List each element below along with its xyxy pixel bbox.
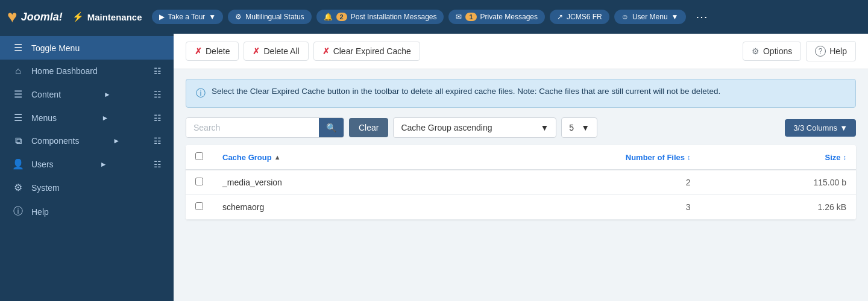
alert-message: Select the Clear Expired Cache button in… [212, 87, 720, 96]
components-icon: ⧉ [12, 135, 24, 146]
table-row: schemaorg 3 1.26 kB [186, 195, 856, 220]
multilingual-label: Multilingual Status [245, 13, 304, 21]
hamburger-icon: ☰ [12, 42, 24, 54]
row1-checkbox-cell [186, 170, 213, 195]
sidebar-item-system[interactable]: ⚙ System [0, 176, 174, 199]
cache-group-header: Cache Group ▲ [213, 145, 448, 170]
gear-icon: ⚙ [752, 46, 760, 56]
joomla-logo[interactable]: ♥ Joomla! [7, 7, 63, 26]
cache-group-header-label: Cache Group [222, 153, 272, 162]
help-label: Help [829, 46, 847, 56]
multilingual-status-button[interactable]: ⚙ Multilingual Status [228, 10, 311, 24]
row2-checkbox-cell [186, 195, 213, 220]
sidebar-item-label: Components [31, 136, 79, 146]
delete-all-label: Delete All [263, 46, 299, 56]
page-toolbar: ✗ Delete ✗ Delete All ✗ Clear Expired Ca… [174, 34, 868, 69]
row2-num-files: 3 [448, 195, 700, 220]
row1-cache-group: _media_version [213, 170, 448, 195]
section-name: Maintenance [87, 12, 142, 22]
row1-checkbox[interactable] [195, 178, 203, 185]
user-menu-label: User Menu [632, 13, 668, 21]
delete-all-button[interactable]: ✗ Delete All [244, 42, 308, 61]
sidebar-item-label: System [31, 183, 60, 193]
tour-icon: ▶ [159, 13, 165, 21]
grid-icon: ☷ [154, 160, 162, 169]
bolt-icon: ⚡ [72, 11, 84, 22]
home-icon: ⌂ [12, 66, 24, 76]
expand-arrow-icon: ► [100, 160, 107, 169]
user-menu-button[interactable]: ☺ User Menu ▼ [614, 10, 686, 24]
expand-arrow-icon: ► [102, 114, 109, 122]
clear-expired-cache-button[interactable]: ✗ Clear Expired Cache [313, 42, 420, 61]
envelope-icon: ✉ [456, 13, 462, 21]
post-install-messages-button[interactable]: 🔔 2 Post Installation Messages [316, 10, 444, 24]
delete-button[interactable]: ✗ Delete [186, 42, 239, 61]
cache-group-sort-link[interactable]: Cache Group ▲ [222, 153, 439, 162]
delete-label: Delete [206, 46, 230, 56]
more-options-button[interactable]: ⋯ [691, 7, 712, 26]
jcms-button[interactable]: ↗ JCMS6 FR [550, 10, 609, 24]
row1-size: 115.00 b [700, 170, 856, 195]
system-icon: ⚙ [12, 182, 24, 193]
take-a-tour-button[interactable]: ▶ Take a Tour ▼ [152, 10, 224, 24]
sort-label: Cache Group ascending [401, 123, 492, 132]
post-install-badge: 2 [336, 13, 347, 21]
columns-label: 3/3 Columns [793, 123, 837, 132]
help-button[interactable]: ? Help [806, 41, 856, 61]
num-files-sort-icon: ↕ [687, 154, 691, 161]
toggle-menu-button[interactable]: ☰ Toggle Menu [0, 36, 174, 60]
row2-size: 1.26 kB [700, 195, 856, 220]
search-bar: 🔍 Clear Cache Group ascending ▼ 5 ▼ 3/3 … [186, 117, 856, 138]
row2-checkbox[interactable] [195, 202, 203, 210]
size-sort-link[interactable]: Size ↕ [710, 153, 846, 162]
clear-search-button[interactable]: Clear [349, 118, 388, 137]
row1-num-files: 2 [448, 170, 700, 195]
sidebar-item-home-dashboard[interactable]: ⌂ Home Dashboard ☷ [0, 60, 174, 82]
sidebar-item-help[interactable]: ⓘ Help [0, 199, 174, 224]
page-section-title: ⚡ Maintenance [72, 11, 142, 22]
search-input[interactable] [186, 118, 319, 137]
user-menu-dropdown-icon: ▼ [671, 13, 679, 21]
search-icon: 🔍 [326, 123, 336, 132]
sidebar-item-users[interactable]: 👤 Users ► ☷ [0, 152, 174, 176]
sort-select[interactable]: Cache Group ascending ▼ [393, 117, 556, 138]
row2-size-value: 1.26 kB [818, 202, 846, 212]
num-files-sort-link[interactable]: Number of Files ↕ [458, 153, 691, 162]
grid-icon: ☷ [154, 136, 162, 146]
info-icon: ⓘ [196, 87, 206, 100]
sidebar-item-label: Content [31, 90, 61, 99]
size-header-label: Size [825, 153, 840, 162]
num-files-header: Number of Files ↕ [448, 145, 700, 170]
page-body: ⓘ Select the Clear Expired Cache button … [174, 69, 868, 229]
items-per-page-label: 5 [569, 123, 574, 132]
num-dropdown-icon: ▼ [581, 123, 590, 132]
row2-cache-group-value: schemaorg [222, 202, 264, 212]
sidebar-item-label: Menus [31, 113, 57, 123]
sort-asc-icon: ▲ [274, 154, 281, 161]
sidebar-item-components[interactable]: ⧉ Components ► ☷ [0, 129, 174, 152]
sidebar-item-label: Help [31, 207, 49, 217]
search-input-wrapper: 🔍 [186, 117, 344, 138]
private-messages-button[interactable]: ✉ 1 Private Messages [448, 10, 545, 24]
row1-size-value: 115.00 b [814, 178, 847, 187]
joomla-wordmark: Joomla! [21, 11, 63, 23]
num-files-header-label: Number of Files [626, 153, 685, 162]
delete-all-icon: ✗ [253, 46, 260, 56]
table-row: _media_version 2 115.00 b [186, 170, 856, 195]
sidebar-item-content[interactable]: ☰ Content ► ☷ [0, 82, 174, 106]
columns-toggle-button[interactable]: 3/3 Columns ▼ [785, 119, 856, 137]
help-icon: ⓘ [12, 205, 24, 218]
search-submit-button[interactable]: 🔍 [319, 118, 344, 137]
grid-icon: ☷ [154, 90, 162, 99]
grid-icon: ☷ [154, 66, 162, 76]
items-per-page-select[interactable]: 5 ▼ [561, 117, 597, 138]
tour-label: Take a Tour [168, 13, 206, 21]
expand-arrow-icon: ► [104, 90, 111, 99]
question-icon: ? [815, 46, 826, 57]
options-button[interactable]: ⚙ Options [743, 42, 801, 61]
sidebar-item-menus[interactable]: ☰ Menus ► ☷ [0, 106, 174, 129]
clear-expired-label: Clear Expired Cache [333, 46, 411, 56]
select-all-checkbox[interactable] [195, 152, 203, 160]
sidebar-item-label: Users [31, 160, 54, 169]
info-alert: ⓘ Select the Clear Expired Cache button … [186, 79, 856, 108]
